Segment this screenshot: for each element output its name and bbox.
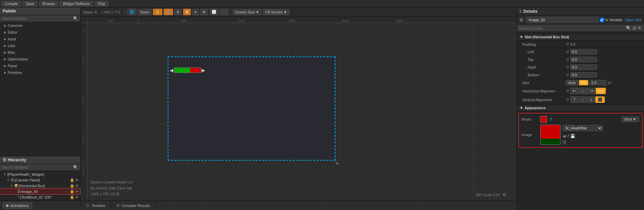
align-bottom-v-btn[interactable]: ⤓ <box>587 96 595 103</box>
search-icon-btn[interactable]: 🔍 <box>626 26 631 31</box>
image-preview[interactable] <box>540 125 560 145</box>
palette-item-misc[interactable]: ▶ Misc <box>0 49 80 56</box>
image-refresh-icon[interactable]: ↺ <box>566 134 570 138</box>
globe-btn[interactable]: 🌐 <box>127 9 137 15</box>
left-panel: Palette 🔍 ▶ Common ▶ Editor ▶ Input ▶ Li… <box>0 7 80 210</box>
image-save-icon[interactable]: 💾 <box>570 134 575 138</box>
lock-btn[interactable]: 🔒 <box>153 9 162 15</box>
image-preview-green <box>541 139 560 144</box>
align-left-btn[interactable]: ⇤ <box>570 88 578 94</box>
animations-tab-btn[interactable]: ▶ Animations <box>3 202 32 209</box>
hierarchy-title: Hierarchy <box>8 158 26 162</box>
palette-item-panel[interactable]: ▶ Panel <box>0 62 80 69</box>
hbox-lock-btn[interactable]: 🔒 <box>70 183 74 188</box>
palette-item-lists[interactable]: ▶ Lists <box>0 42 80 49</box>
bottom-padding-label: Bottom <box>522 73 566 77</box>
tree-item-canvaspanel[interactable]: ▼ 🖼 [Canvas Panel] 🔒 👁 <box>0 177 80 183</box>
left-padding-input[interactable] <box>570 49 597 54</box>
canvas-resolution-label: 1280 x 720 (16:9) <box>91 191 132 197</box>
hbox-eye-btn[interactable]: 👁 <box>75 183 79 188</box>
ruler-tick-v-500: 500 <box>80 97 87 106</box>
image-chain-icon[interactable]: ⛓ <box>562 140 639 144</box>
browse-button[interactable]: Browse <box>39 1 58 6</box>
tree-item-image50[interactable]: 🖼 Image_50 🔒 👁 <box>0 188 80 194</box>
align-top-btn[interactable]: ⤒ <box>570 96 578 103</box>
align-center-h-btn[interactable]: ↔ <box>579 88 587 94</box>
textblock-eye-btn[interactable]: 👁 <box>75 195 79 199</box>
align-center-v-btn[interactable]: ↕ <box>579 96 587 103</box>
crosshair-btn[interactable]: ⊕ <box>200 9 208 15</box>
health-bar-widget[interactable]: ◀ ▶ <box>170 68 205 73</box>
none-btn[interactable]: None <box>138 9 151 15</box>
brush-color-swatch[interactable] <box>540 116 547 123</box>
palette-label-misc: Misc <box>8 50 15 54</box>
anchor-btn[interactable]: ⚓ <box>164 9 173 15</box>
align-fill-v-btn[interactable]: ⬛ <box>595 96 605 103</box>
resize-handle[interactable]: ↘ <box>335 160 339 165</box>
dpi-scale-label: DPI Scale 0.67 <box>476 193 500 197</box>
play-button[interactable]: Play <box>95 1 108 6</box>
palette-item-input[interactable]: ▶ Input <box>0 36 80 42</box>
number-btn[interactable]: 4 <box>192 9 199 15</box>
save-button[interactable]: Save <box>23 1 37 6</box>
grid-btn[interactable]: ⊞ <box>183 9 191 15</box>
fill-screen-dropdown[interactable]: Fill Screen ▼ <box>263 9 289 15</box>
m-healthbar-dropdown[interactable]: M_HealthBar <box>562 125 603 131</box>
align-fill-h-btn[interactable]: ⟺ <box>596 88 606 94</box>
image50-eye-btn[interactable]: 👁 <box>75 189 79 194</box>
tree-item-playerhealth[interactable]: ▼ [PlayerHealth_Widget] <box>0 172 80 177</box>
v-alignment-value: ↺ ⤒ ↕ ⤓ ⬛ <box>566 96 641 103</box>
image-left-arrow-icon[interactable]: ◀ <box>562 134 566 138</box>
details-search-input[interactable] <box>519 26 625 30</box>
align-right-btn[interactable]: ⇥ <box>587 88 595 94</box>
dots-btn[interactable]: ⋯ <box>220 9 228 15</box>
size-auto-btn[interactable]: Auto <box>566 80 578 85</box>
canvas-viewport[interactable]: ◀ ▶ ↘ Device Content Scale 1.0 No Device… <box>87 23 517 201</box>
canvaspanel-lock-btn[interactable]: 🔒 <box>70 178 74 182</box>
dpi-settings-icon[interactable]: ⚙ <box>502 192 506 197</box>
tree-item-textblock[interactable]: T [TextBlock_0] "100" 🔒 👁 <box>0 194 80 200</box>
brush-bind-btn[interactable]: Bind ▼ <box>622 117 639 122</box>
appearance-section: Brush ↺ Bind ▼ Image <box>518 113 643 148</box>
r-btn[interactable]: R <box>174 9 182 15</box>
ruler-tick-neg500: -500 <box>107 19 113 23</box>
palette-item-primitive[interactable]: ▶ Primitive <box>0 69 80 76</box>
v-align-buttons: ⤒ ↕ ⤓ ⬛ <box>570 96 605 103</box>
palette-item-common[interactable]: ▶ Common <box>0 22 80 29</box>
right-padding-input[interactable] <box>570 65 597 70</box>
palette-arrow-input: ▶ <box>4 37 6 41</box>
compile-button[interactable]: Compile <box>1 1 21 6</box>
screen-size-dropdown[interactable]: Screen Size ▼ <box>233 9 262 15</box>
top-padding-input[interactable] <box>570 57 597 62</box>
size-fill-btn[interactable]: Fill <box>579 80 588 85</box>
bottom-padding-input[interactable] <box>570 72 597 78</box>
canvas-main-row: 0 250 500 750 1000 ◀ <box>80 23 517 201</box>
palette-search-icon[interactable]: 🔍 <box>73 16 78 21</box>
frame-btn[interactable]: ⬜ <box>209 9 219 15</box>
textblock-lock-btn[interactable]: 🔒 <box>70 195 74 199</box>
palette-item-optimization[interactable]: ▶ Optimization <box>0 56 80 62</box>
open-image-btn[interactable]: Open Ima <box>625 18 641 22</box>
size-value-input[interactable] <box>590 80 606 85</box>
image50-lock-btn[interactable]: 🔒 <box>70 189 74 194</box>
image-row-label: Image <box>522 133 538 137</box>
tree-item-hbox[interactable]: ▼ 📦 [Horizontal Box] 🔒 👁 <box>0 183 80 188</box>
top-padding-row: Top ↺ <box>517 56 644 64</box>
grid-view-icon-btn[interactable]: ⊞ <box>633 26 636 31</box>
canvaspanel-eye-btn[interactable]: 👁 <box>75 178 79 182</box>
ruler-tick-v-0: 0 <box>80 30 87 33</box>
hierarchy-search-input[interactable] <box>2 165 72 169</box>
main-layout: Palette 🔍 ▶ Common ▶ Editor ▶ Input ▶ Li… <box>0 7 644 210</box>
bottom-padding-value: ↺ <box>566 72 641 78</box>
size-link-icon[interactable]: ⇄ <box>608 80 611 85</box>
widget-name-input[interactable] <box>526 17 598 23</box>
palette-search-input[interactable] <box>2 16 72 20</box>
widget-reflector-button[interactable]: Widget Reflector <box>60 1 93 6</box>
palette-item-editor[interactable]: ▶ Editor <box>0 29 80 36</box>
tab-timeline[interactable]: ⏱ Timeline <box>80 201 111 210</box>
hierarchy-search-icon[interactable]: 🔍 <box>73 165 78 170</box>
eye-icon-btn[interactable]: 👁 <box>638 26 642 31</box>
is-variable-checkbox[interactable] <box>600 18 604 22</box>
tab-compiler-results[interactable]: ⚙ Compiler Results <box>111 201 156 210</box>
is-variable-row: Is Variable <box>600 18 623 22</box>
